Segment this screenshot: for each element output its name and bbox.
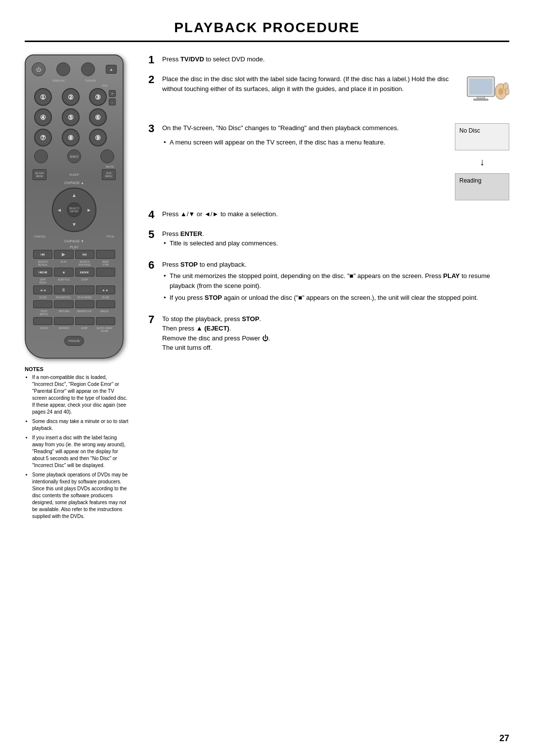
vol-buttons: + -: [109, 90, 116, 105]
step3-bullet: A menu screen will appear on the TV scre…: [162, 138, 444, 147]
num8-btn[interactable]: ⑧: [62, 129, 80, 146]
display-label: DISPLAY: [52, 79, 65, 82]
no-disc-text: No Disc: [459, 126, 480, 135]
slow2-lbl: SLOW: [96, 296, 115, 299]
tvdvd-button[interactable]: [81, 62, 95, 76]
audio-lbl: AUDIO: [35, 327, 53, 332]
play-section-label: PLAY: [32, 245, 117, 249]
step1-content: Press TV/DVD to select DVD mode.: [162, 54, 509, 64]
subtitle-btn[interactable]: ■: [54, 268, 73, 277]
empty-btn1: [96, 250, 115, 259]
play-mode-btn[interactable]: [75, 285, 94, 294]
title-label: TITLE: [106, 235, 114, 238]
num6-btn[interactable]: ⑥: [89, 108, 107, 126]
step4-content: Press ▲/▼ or ◄/► to make a selection.: [162, 209, 509, 219]
pause-lbl: PAUSE/STILL: [54, 296, 73, 299]
num4-btn[interactable]: ④: [34, 108, 52, 126]
num9-btn[interactable]: ⑨: [89, 129, 107, 146]
playback-row1: ⏮ ▶ ⏭: [32, 250, 117, 259]
btn-row-text: [33, 300, 115, 308]
page-container: PLAYBACK PROCEDURE ⏻ ▲: [0, 0, 534, 756]
step3-row: On the TV-screen, "No Disc" changes to "…: [162, 123, 509, 200]
step2-image: [465, 74, 509, 114]
skip-hold-btn[interactable]: ⏮⏮: [33, 268, 52, 277]
num3-btn[interactable]: ③: [89, 88, 107, 106]
num2-btn[interactable]: ②: [62, 88, 80, 106]
return-btn[interactable]: [54, 300, 73, 308]
quick-view-lbl: QUICK VIEW/ZOOM: [95, 327, 114, 332]
no-disc-box: No Disc: [455, 123, 509, 150]
reading-text: Reading: [459, 176, 482, 185]
step-7: 7 To stop the playback, press STOP. Then…: [148, 314, 509, 353]
disc-status-area: No Disc ↓ Reading: [455, 123, 509, 200]
dvd-menu-btn[interactable]: DVDMENU: [102, 169, 116, 180]
repeat-ab-lbl: REPEAT A-B: [75, 310, 94, 316]
marker-btn[interactable]: [54, 317, 73, 325]
vol-label: VOL: [32, 84, 117, 87]
select-enter-btn[interactable]: SELECT/ENTER: [67, 202, 82, 217]
play-btn[interactable]: ▶: [54, 250, 73, 259]
vol-down-btn[interactable]: -: [109, 98, 116, 105]
search-subpage-btn[interactable]: ⏭: [75, 250, 94, 259]
btn-row-audio: [33, 317, 115, 325]
deep-ft-lbl: DEEPF/T/B: [96, 260, 115, 266]
note-item-2: Some discs may take a minute or so to st…: [32, 418, 129, 432]
marker-lbl: MARKER: [55, 327, 74, 332]
audio-btn[interactable]: [33, 317, 52, 325]
step5-bullet: Title is selected and play commences.: [170, 238, 509, 248]
jump-btn[interactable]: [75, 317, 94, 325]
pause-btn[interactable]: ⏸: [54, 285, 73, 294]
step-2: 2 Place the disc in the disc slot with t…: [148, 74, 509, 114]
zero-btn[interactable]: [34, 149, 48, 163]
step6-number: 6: [148, 260, 158, 271]
step2-row: Place the disc in the disc slot with the…: [162, 74, 509, 114]
top-btn-labels: DISPLAY TV/DVD: [32, 79, 117, 82]
angle-lbl: ANGLE: [95, 310, 114, 316]
repeat-ab-btn[interactable]: [75, 300, 94, 308]
step-3: 3 On the TV-screen, "No Disc" changes to…: [148, 123, 509, 200]
sleep-label: SLEEP: [69, 173, 79, 176]
search-sub-lbl: SEARCHSUB PAGE: [75, 260, 94, 266]
text-btn[interactable]: [33, 300, 52, 308]
quick-view-btn[interactable]: [96, 317, 115, 325]
num5-btn[interactable]: ⑤: [62, 108, 80, 126]
num1-btn[interactable]: ①: [34, 88, 52, 106]
step-1: 1 Press TV/DVD to select DVD mode.: [148, 54, 509, 65]
subtitle-lbl: SUBTITLE: [54, 278, 73, 284]
stop-lbl: STOP: [75, 278, 94, 284]
remote-top-row: ⏻ ▲: [32, 62, 117, 76]
step3-text: On the TV-screen, "No Disc" changes to "…: [162, 123, 444, 147]
nav-right-btn[interactable]: ►: [87, 207, 91, 213]
right-column: 1 Press TV/DVD to select DVD mode. 2 Pla…: [148, 54, 509, 522]
display-button[interactable]: [56, 62, 70, 76]
nav-left-btn[interactable]: ◄: [57, 207, 62, 213]
nav-down-btn[interactable]: ▼: [72, 222, 77, 227]
eject-button[interactable]: ▲: [106, 65, 117, 74]
power-button[interactable]: ⏻: [32, 62, 45, 76]
reading-box: Reading: [455, 173, 509, 200]
freeze-btn[interactable]: FREEZE: [64, 336, 84, 346]
remote-bottom-rows: TEXT/MIX/TV RETURN REPEAT A-B ANGLE: [32, 300, 117, 348]
nav-up-btn[interactable]: ▲: [72, 192, 77, 198]
step3-content: On the TV-screen, "No Disc" changes to "…: [162, 123, 509, 200]
slow-lbl: SLOW: [33, 296, 52, 299]
remote-row3: 0/A/V: [32, 149, 117, 163]
ch-page-top-label: CH/PAGE ▲: [32, 181, 117, 185]
slow2-btn[interactable]: ►►: [96, 285, 115, 294]
stop-btn[interactable]: ⏭⏭: [75, 268, 94, 277]
skip-hold-lbl: SKIPHOLD: [33, 278, 52, 284]
svg-rect-2: [477, 96, 485, 99]
setup-menu-btn[interactable]: SETUP/MENU: [33, 169, 46, 180]
mute-btn[interactable]: [100, 149, 114, 163]
vol-up-btn[interactable]: +: [109, 90, 116, 97]
play-mode-lbl: PLAY MODE: [75, 296, 94, 299]
num7-btn[interactable]: ⑦: [34, 129, 52, 146]
slow-btn[interactable]: ◄◄: [33, 285, 52, 294]
search-reveal-btn[interactable]: ⏮: [33, 250, 52, 259]
svg-point-7: [505, 88, 509, 95]
arrow-down-icon: ↓: [480, 154, 485, 169]
tvdvd-label: TV/DVD: [85, 79, 96, 82]
pb-row2-labels: SKIPHOLD SUBTITLE STOP: [32, 278, 117, 284]
av-btn[interactable]: 0/A/V: [67, 149, 81, 163]
angle-btn[interactable]: [96, 300, 115, 308]
